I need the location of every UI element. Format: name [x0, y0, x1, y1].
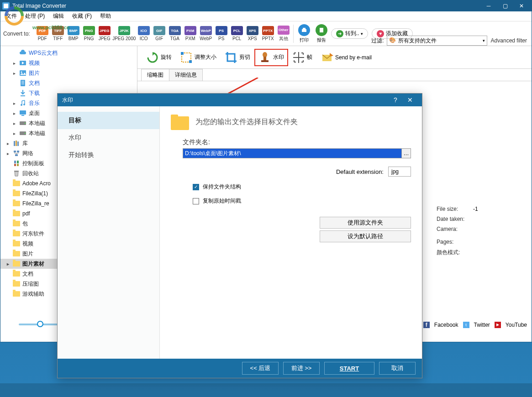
start-button[interactable]: START	[324, 362, 374, 375]
filter-select[interactable]: 🎨 所有支持的文件 ▾	[387, 36, 487, 46]
copy-timestamp-checkbox[interactable]: 复制原始时间戳	[193, 197, 411, 205]
window-title: Total Image Converter	[12, 3, 480, 9]
dialog-title: 水印	[62, 96, 388, 104]
tree-arrow-icon: ▸	[13, 71, 18, 76]
minimize-button[interactable]: ─	[480, 1, 497, 11]
rotate-button[interactable]: 旋转	[142, 49, 176, 66]
format-jpeg[interactable]: JPEGJPEG	[97, 25, 112, 42]
format-tga[interactable]: TGATGA	[167, 25, 183, 42]
format-jpeg2000[interactable]: JP2KJPEG 2000	[112, 25, 136, 42]
taskbar	[0, 383, 532, 397]
cloud-icon	[19, 49, 27, 57]
close-button[interactable]: ✕	[513, 1, 530, 11]
folder-icon	[12, 240, 21, 247]
cancel-button[interactable]: 取消	[379, 362, 416, 375]
svg-rect-5	[320, 28, 323, 32]
tree-item[interactable]: WPS云文档	[0, 48, 137, 58]
tree-arrow-icon: ▸	[7, 151, 11, 156]
format-pcl[interactable]: PCLPCL	[229, 25, 245, 42]
watermark-button[interactable]: 水印	[254, 49, 288, 66]
format-ico[interactable]: ICOICO	[136, 25, 152, 42]
video-icon	[19, 59, 27, 67]
back-button[interactable]: << 后退	[242, 362, 279, 375]
folder-icon	[12, 220, 21, 227]
folder-large-icon	[171, 114, 189, 130]
tab-detail[interactable]: 详细信息	[169, 69, 203, 81]
folder-icon	[12, 280, 21, 287]
rotate-icon	[146, 51, 159, 64]
tree-arrow-icon: ▸	[7, 141, 11, 146]
tree-item[interactable]: 文档	[0, 78, 137, 88]
menu-process[interactable]: 处理 (P)	[22, 11, 47, 21]
email-icon	[321, 51, 333, 64]
frame-icon	[292, 51, 305, 64]
format-pptx[interactable]: PPTXPPTX	[260, 25, 276, 42]
folder-icon	[12, 180, 21, 187]
menu-help[interactable]: 帮助	[97, 11, 114, 21]
dialog-tab-start[interactable]: 开始转换	[58, 146, 159, 164]
use-source-folder-button[interactable]: 使用源文件夹	[320, 217, 411, 229]
folder-icon	[12, 260, 21, 267]
format-gif[interactable]: GIFGIF	[152, 25, 167, 42]
facebook-link[interactable]: Facebook	[434, 322, 458, 328]
twitter-icon: t	[463, 322, 469, 328]
format-bmp[interactable]: BMPBMP	[66, 25, 81, 42]
chevron-down-icon: ▾	[483, 38, 485, 43]
goto-button[interactable]: ➜转到..▾	[331, 28, 369, 39]
dialog-tab-watermark[interactable]: 水印	[58, 129, 159, 146]
svg-rect-24	[17, 141, 19, 146]
tree-arrow-icon: ▸	[7, 261, 11, 266]
format-webp[interactable]: WebPWebP	[198, 25, 214, 42]
format-pdf[interactable]: PDFPDF	[35, 25, 50, 42]
maximize-button[interactable]: ▢	[497, 1, 513, 11]
format-other[interactable]: Other 其他	[276, 25, 291, 43]
tree-item[interactable]: ▸图片	[0, 68, 137, 78]
keep-structure-checkbox[interactable]: ✓ 保持文件夹结构	[193, 183, 411, 191]
youtube-link[interactable]: YouTube	[506, 322, 527, 328]
report-button[interactable]: 报告	[316, 24, 327, 43]
resize-button[interactable]: 调整大小	[176, 49, 221, 66]
default-extension-input[interactable]	[388, 167, 411, 177]
format-ps[interactable]: PSPS	[214, 25, 229, 42]
menu-favorites[interactable]: 收藏 (F)	[69, 11, 95, 21]
crop-button[interactable]: 剪切	[221, 49, 254, 66]
edit-toolbar: 旋转 调整大小 剪切 水印 帧	[137, 46, 532, 69]
svg-rect-23	[16, 141, 17, 146]
set-default-path-button[interactable]: 设为默认路径	[320, 230, 411, 242]
convert-toolbar: Convert to: PDFPDFTIFFTIFFBMPBMPPNGPNGJP…	[0, 21, 532, 46]
menu-edit[interactable]: 编辑	[50, 11, 67, 21]
svg-rect-22	[14, 141, 15, 146]
folder-path-input[interactable]: D:\tools\桌面\图片素材\	[183, 148, 402, 158]
frame-button[interactable]: 帧	[288, 49, 316, 66]
resize-icon	[180, 51, 193, 64]
browse-button[interactable]: …	[402, 148, 411, 158]
dialog-close-button[interactable]: ✕	[403, 94, 417, 106]
format-tiff[interactable]: TIFFTIFF	[50, 25, 66, 42]
menu-file[interactable]: 文件	[3, 11, 20, 21]
advanced-filter-link[interactable]: Advanced filter	[491, 37, 527, 44]
checkbox-unchecked-icon	[193, 198, 199, 204]
svg-point-21	[25, 133, 26, 134]
svg-rect-16	[20, 110, 26, 115]
format-png[interactable]: PNGPNG	[81, 25, 97, 42]
print-button[interactable]: 打印	[298, 24, 310, 43]
email-button[interactable]: Send by e-mail	[316, 49, 376, 66]
desktop-icon	[19, 110, 27, 117]
disk-icon	[19, 130, 27, 137]
forward-button[interactable]: 前进 >>	[283, 362, 320, 375]
twitter-link[interactable]: Twitter	[474, 322, 490, 328]
tree-arrow-icon: ▸	[13, 101, 18, 106]
svg-rect-3	[302, 29, 306, 32]
svg-point-8	[21, 72, 22, 73]
tab-thumbnail[interactable]: 缩略图	[141, 69, 169, 81]
dialog-help-button[interactable]: ?	[388, 94, 403, 106]
svg-point-19	[25, 123, 26, 124]
svg-rect-31	[17, 164, 19, 166]
format-xps[interactable]: XPSXPS	[245, 25, 260, 42]
dialog-tab-target[interactable]: 目标	[58, 112, 159, 129]
net-icon	[12, 150, 21, 157]
tree-item[interactable]: ▸视频	[0, 58, 137, 68]
disk-icon	[19, 120, 27, 127]
format-pxm[interactable]: PXMPXM	[183, 25, 198, 42]
watermark-dialog: 水印 ? ✕ 目标 水印 开始转换 为您的输出文件选择目标文件夹 文件夹名: D…	[57, 93, 422, 378]
